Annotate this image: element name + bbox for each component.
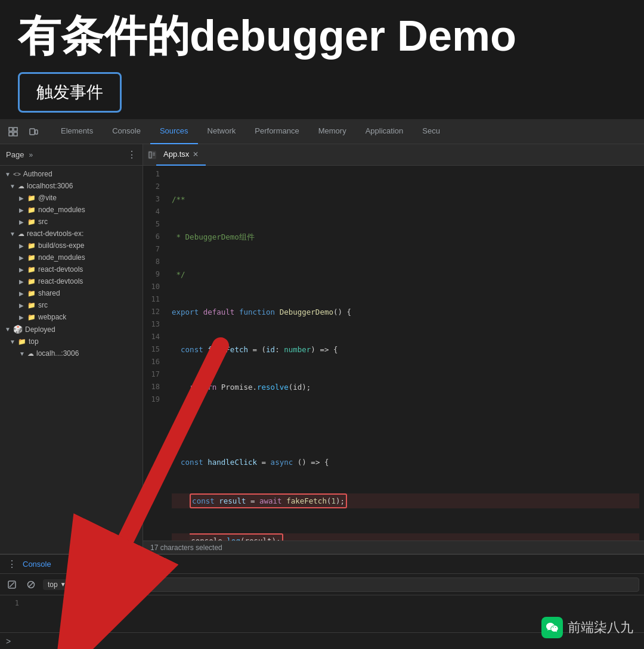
arrow-icon — [10, 339, 18, 345]
tab-sources[interactable]: Sources — [150, 119, 198, 144]
src-label: src — [38, 218, 48, 226]
webpack-label: webpack — [38, 313, 66, 321]
devtools-tab-bar: Elements Console Sources Network Perform… — [0, 119, 644, 144]
localhost-deployed-label: localh...:3006 — [36, 349, 79, 358]
trigger-button[interactable]: 触发事件 — [18, 72, 122, 113]
arrow-icon — [19, 266, 27, 273]
svg-rect-5 — [35, 130, 38, 134]
arrow-icon — [10, 231, 18, 237]
localhost-label: localhost:3006 — [27, 182, 73, 190]
console-tab[interactable]: Console — [23, 560, 51, 569]
arrow-icon — [5, 171, 13, 178]
page-title: 有条件的debugger Demo — [18, 13, 626, 60]
tree-src-1[interactable]: 📁 src — [0, 216, 143, 228]
file-tab-apptsx[interactable]: App.tsx ✕ — [156, 144, 206, 166]
tab-performance[interactable]: Performance — [245, 119, 308, 144]
tree-node-modules-1[interactable]: 📁 node_modules — [0, 204, 143, 216]
folder-icon: 📁 — [27, 290, 36, 297]
tree-node-modules-2[interactable]: 📁 node_modules — [0, 251, 143, 263]
src-2-label: src — [38, 301, 48, 309]
tab-application[interactable]: Application — [356, 119, 413, 144]
svg-line-10 — [10, 582, 14, 587]
arrow-icon — [19, 254, 27, 261]
react-devtools-1-label: react-devtools — [38, 265, 83, 274]
console-menu-icon[interactable]: ⋮ — [6, 558, 18, 570]
svg-rect-3 — [14, 132, 17, 136]
source-panel-icon — [148, 151, 156, 159]
vite-label: @vite — [38, 194, 57, 202]
file-tab-name: App.tsx — [163, 150, 189, 159]
tree-react-devtools-1[interactable]: 📁 react-devtools — [0, 263, 143, 275]
tree-deployed-root[interactable]: 🎲 Deployed — [0, 323, 143, 336]
tree-react-devtools-2[interactable]: 📁 react-devtools — [0, 275, 143, 287]
react-devtools-2-label: react-devtools — [38, 277, 83, 285]
code-editor: 1 2 3 4 5 6 7 8 9 10 11 12 13 14 — [143, 166, 644, 541]
tree-top[interactable]: 📁 top — [0, 336, 143, 347]
cloud-icon: ☁ — [18, 230, 24, 238]
tree-build-oss[interactable]: 📁 build/oss-expe — [0, 240, 143, 251]
react-devtools-label: react-devtools-ex: — [27, 229, 83, 238]
arrow-icon — [19, 278, 27, 285]
tab-memory[interactable]: Memory — [309, 119, 356, 144]
tree-authored-root[interactable]: <> Authored — [0, 168, 143, 180]
folder-icon: 📁 — [27, 278, 36, 285]
folder-icon: 📁 — [27, 218, 36, 226]
arrow-icon — [19, 219, 27, 225]
clear-console-button[interactable] — [5, 577, 19, 592]
folder-icon: 📁 — [27, 254, 36, 262]
folder-icon: 📁 — [18, 338, 26, 346]
top-label: top — [29, 337, 39, 346]
device-icon[interactable] — [25, 123, 42, 140]
tab-network[interactable]: Network — [198, 119, 246, 144]
eye-icon[interactable] — [76, 577, 90, 592]
tab-security[interactable]: Secu — [413, 119, 450, 144]
more-options-icon[interactable]: ⋮ — [127, 149, 137, 160]
tab-console[interactable]: Console — [103, 119, 150, 144]
arrow-icon — [10, 183, 18, 190]
tree-vite[interactable]: 📁 @vite — [0, 192, 143, 204]
tree-localhost[interactable]: ☁ localhost:3006 — [0, 180, 143, 192]
svg-rect-4 — [30, 129, 35, 135]
tree-react-devtools[interactable]: ☁ react-devtools-ex: — [0, 228, 143, 240]
tree-src-2[interactable]: 📁 src — [0, 299, 143, 311]
arrow-icon — [19, 290, 27, 297]
arrow-icon — [5, 326, 13, 333]
console-header: ⋮ Console — [0, 555, 644, 574]
line-numbers: 1 2 3 4 5 6 7 8 9 10 11 12 13 14 — [143, 166, 167, 541]
tree-webpack[interactable]: 📁 webpack — [0, 311, 143, 323]
chevron-right-icon: » — [29, 151, 33, 159]
sidebar-header: Page » ⋮ — [0, 144, 143, 166]
selection-status: 17 characters selected — [150, 544, 222, 552]
tree-localhost-deployed[interactable]: ☁ localh...:3006 — [0, 347, 143, 359]
page-label[interactable]: Page — [6, 150, 24, 159]
console-line-number: 1 — [0, 598, 24, 607]
file-content-area: App.tsx ✕ 1 2 3 4 5 6 7 8 9 — [143, 144, 644, 554]
arrow-icon — [19, 314, 27, 321]
close-tab-icon[interactable]: ✕ — [193, 150, 199, 159]
folder-icon: 📁 — [27, 194, 36, 202]
cloud-icon: ☁ — [27, 350, 34, 358]
devtools-icon-group — [5, 123, 42, 140]
watermark: 前端柒八九 — [541, 617, 633, 638]
shared-label: shared — [38, 289, 60, 297]
authored-label: Authored — [23, 170, 52, 178]
ban-icon[interactable] — [24, 577, 38, 592]
file-tab-bar: App.tsx ✕ — [143, 144, 644, 166]
folder-icon: 📁 — [27, 266, 36, 274]
console-filter-input[interactable] — [95, 577, 639, 592]
tab-elements[interactable]: Elements — [51, 119, 103, 144]
svg-rect-1 — [14, 128, 17, 131]
page-wrapper: 有条件的debugger Demo 触发事件 — [0, 0, 644, 649]
tree-shared[interactable]: 📁 shared — [0, 287, 143, 299]
arrow-icon — [19, 243, 27, 249]
deployed-label: Deployed — [25, 325, 55, 334]
cloud-icon: ☁ — [18, 182, 24, 190]
arrow-icon — [19, 350, 27, 357]
dropdown-arrow-icon: ▼ — [60, 581, 66, 588]
inspect-icon[interactable] — [5, 123, 21, 140]
top-context-selector[interactable]: top ▼ — [43, 579, 71, 590]
top-label: top — [48, 580, 58, 589]
svg-point-13 — [82, 583, 84, 586]
sources-sidebar: Page » ⋮ <> Authored ☁ localhost:3006 — [0, 144, 143, 554]
folder-icon: 📁 — [27, 242, 36, 250]
